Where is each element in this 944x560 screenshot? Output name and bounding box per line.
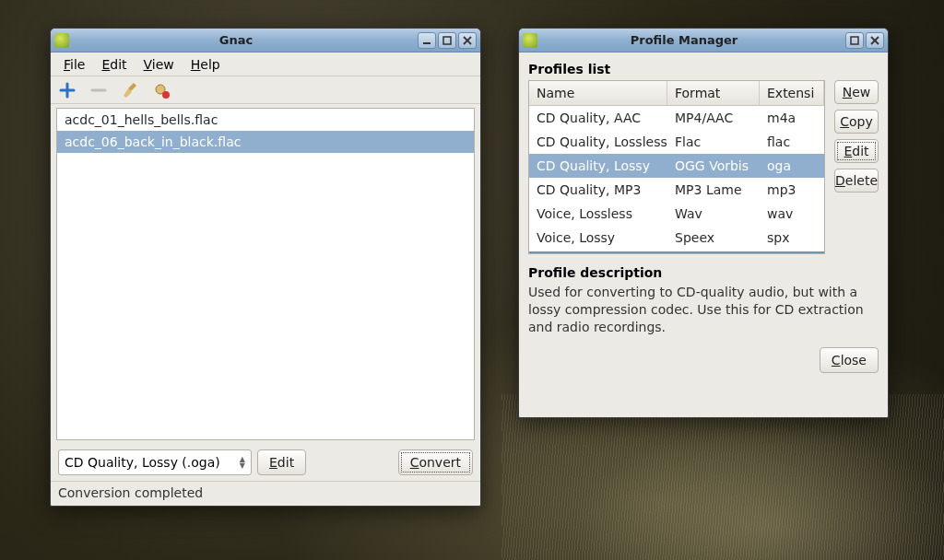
profile-description-text: Used for converting to CD-quality audio,… [528,284,879,336]
desktop-decoration [502,394,944,560]
maximize-button[interactable] [438,32,456,49]
menubar: File Edit View Help [51,52,480,76]
table-row[interactable]: CD Quality, LosslessFlacflac [529,130,824,154]
menu-edit[interactable]: Edit [94,54,134,75]
table-row[interactable]: Voice, LossySpeexspx [529,226,824,250]
menu-help-label: elp [200,57,219,72]
menu-help[interactable]: Help [183,54,228,75]
copy-button[interactable]: Copy [834,110,879,134]
table-row[interactable]: CD Quality, MP3MP3 Lamemp3 [529,178,824,202]
profiles-table[interactable]: Name Format Extensi CD Quality, AACMP4/A… [528,80,825,254]
col-format[interactable]: Format [667,81,760,105]
file-list[interactable]: acdc_01_hells_bells.flac acdc_06_back_in… [56,108,475,440]
menu-file[interactable]: File [56,54,92,75]
svg-rect-1 [443,37,451,44]
profile-description-label: Profile description [528,265,879,280]
close-button[interactable]: Close [820,347,879,373]
profile-manager-window: Profile Manager Profiles list Name Forma… [518,28,889,418]
table-row[interactable]: Voice, LosslessWavwav [529,202,824,226]
window-title: Gnac [54,33,418,47]
status-bar: Conversion completed [51,481,480,506]
minus-icon[interactable] [89,81,108,99]
menu-edit-label: dit [110,57,126,72]
edit-button[interactable]: Edit [834,139,879,163]
maximize-button[interactable] [845,32,864,49]
broom-icon[interactable] [121,81,139,99]
close-button[interactable] [866,32,884,49]
list-item[interactable]: acdc_01_hells_bells.flac [57,109,474,131]
table-row[interactable]: CD Quality, LossyOGG Vorbisoga [529,154,824,178]
list-item[interactable]: acdc_06_back_in_black.flac [57,131,474,153]
col-name[interactable]: Name [529,81,667,105]
profile-combo-label: CD Quality, Lossy (.oga) [65,455,220,470]
window-title: Profile Manager [523,33,845,47]
spinner-icon: ▲▼ [240,456,245,469]
menu-view[interactable]: View [136,54,182,75]
delete-button[interactable]: Delete [834,169,879,192]
gnac-titlebar[interactable]: Gnac [51,29,480,52]
col-extension[interactable]: Extensi [760,81,824,105]
table-header: Name Format Extensi [529,81,824,106]
edit-button[interactable]: Edit [257,449,306,475]
profiles-list-label: Profiles list [528,62,879,76]
svg-point-5 [162,91,170,99]
gnac-window: Gnac File Edit View Help acdc_01_hells_b… [50,28,481,507]
profile-combo[interactable]: CD Quality, Lossy (.oga) ▲▼ [58,449,252,475]
menu-file-label: ile [70,57,85,72]
bottom-bar: CD Quality, Lossy (.oga) ▲▼ Edit Convert [51,444,480,481]
menu-view-label: iew [152,57,174,72]
profile-buttons: New Copy Edit Delete [834,80,879,254]
pm-titlebar[interactable]: Profile Manager [519,29,888,52]
close-button[interactable] [458,32,477,49]
plus-icon[interactable] [58,81,77,99]
toolbar [51,76,480,104]
table-row[interactable]: CD Quality, AACMP4/AACm4a [529,106,824,130]
new-button[interactable]: New [834,80,879,104]
svg-rect-6 [851,37,858,44]
convert-button[interactable]: Convert [398,449,473,475]
gear-icon[interactable] [152,81,171,99]
minimize-button[interactable] [418,32,436,49]
table-bottom-rule [529,251,824,253]
